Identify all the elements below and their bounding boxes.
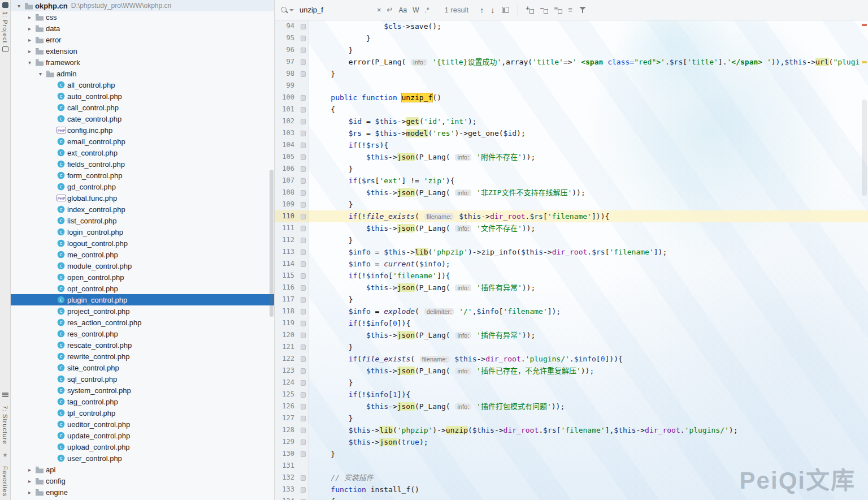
code-text[interactable]: $this->json(P_Lang( info: '插件有异常'));: [309, 282, 535, 294]
search-history-caret-icon[interactable]: [289, 9, 294, 11]
code-text[interactable]: $rs = $this->model('res')->get_one($id);: [309, 127, 526, 139]
code-text[interactable]: }: [309, 448, 335, 460]
line-number[interactable]: 130: [275, 448, 298, 460]
code-line-117[interactable]: 117 }: [275, 294, 868, 305]
line-number[interactable]: 112: [275, 234, 298, 246]
regex-toggle[interactable]: .*: [422, 6, 432, 15]
code-text[interactable]: [309, 460, 313, 472]
line-number[interactable]: 97: [275, 56, 298, 68]
gutter-cell[interactable]: [298, 472, 309, 484]
chevron-right-icon[interactable]: ▸: [25, 48, 34, 54]
tree-item-sql-control-php[interactable]: csql_control.php: [11, 373, 274, 385]
code-text[interactable]: $id = $this->get('id','int');: [309, 115, 477, 127]
line-number[interactable]: 120: [275, 329, 298, 341]
gutter-mark-icon[interactable]: [301, 333, 306, 338]
newline-icon[interactable]: ↵: [384, 6, 396, 14]
line-number[interactable]: 98: [275, 68, 298, 80]
code-line-101[interactable]: 101 {: [275, 104, 868, 115]
gutter-cell[interactable]: [298, 282, 309, 294]
gutter-mark-icon[interactable]: [301, 166, 306, 172]
chevron-right-icon[interactable]: ▸: [25, 489, 34, 495]
tree-item-fields-control-php[interactable]: cfields_control.php: [11, 158, 274, 170]
line-number[interactable]: 109: [275, 199, 298, 210]
clear-search-icon[interactable]: ×: [374, 6, 384, 14]
gutter-mark-icon[interactable]: [301, 214, 306, 219]
gutter-mark-icon[interactable]: [301, 309, 306, 314]
gutter-cell[interactable]: [298, 448, 309, 460]
code-line-102[interactable]: 102 $id = $this->get('id','int');: [275, 115, 868, 127]
code-text[interactable]: $this->json(P_Lang( info: '插件有异常'));: [309, 329, 535, 341]
line-number[interactable]: 119: [275, 317, 298, 329]
previous-occurrence-button[interactable]: ↑: [476, 6, 487, 15]
code-line-108[interactable]: 108 $this->json(P_Lang( info: '非ZIP文件不支持…: [275, 187, 868, 199]
gutter-mark-icon[interactable]: [301, 190, 306, 196]
match-case-toggle[interactable]: Aa: [396, 6, 410, 15]
code-line-115[interactable]: 115 if(!$info['filename']){: [275, 270, 868, 282]
words-toggle[interactable]: W: [410, 6, 422, 15]
error-stripe-mark[interactable]: [862, 24, 867, 26]
tree-item-auto-control-php[interactable]: cauto_control.php: [11, 90, 274, 102]
line-number[interactable]: 134: [275, 495, 298, 500]
tree-item-config-inc-php[interactable]: PHPconfig.inc.php: [11, 124, 274, 136]
gutter-cell[interactable]: [298, 424, 309, 436]
code-line-94[interactable]: 94 $cls->save();: [275, 20, 868, 32]
code-text[interactable]: }: [309, 32, 371, 44]
code-line-118[interactable]: 118 $info = explode( delimiter: '/',$inf…: [275, 305, 868, 317]
tree-item-logout-control-php[interactable]: clogout_control.php: [11, 238, 274, 249]
tree-item-upload-control-php[interactable]: cupload_control.php: [11, 441, 274, 452]
tree-item-plugin-control-php[interactable]: cplugin_control.php: [11, 294, 274, 305]
line-number[interactable]: 107: [275, 175, 298, 187]
gutter-cell[interactable]: [298, 377, 309, 389]
code-line-96[interactable]: 96 }: [275, 44, 868, 56]
line-number[interactable]: 116: [275, 282, 298, 294]
gutter-cell[interactable]: [298, 353, 309, 365]
line-number[interactable]: 128: [275, 424, 298, 436]
chevron-right-icon[interactable]: ▸: [25, 478, 34, 484]
tree-item-rescate-control-php[interactable]: crescate_control.php: [11, 339, 274, 351]
gutter-mark-icon[interactable]: [301, 226, 306, 231]
gutter-cell[interactable]: [298, 341, 309, 353]
tree-item-opt-control-php[interactable]: copt_control.php: [11, 283, 274, 294]
gutter-mark-icon[interactable]: [301, 487, 306, 493]
chevron-down-icon[interactable]: ▾: [14, 3, 24, 9]
code-text[interactable]: $info = current($info);: [309, 258, 450, 270]
code-line-110[interactable]: 110 if(!file_exists( filename: $this->di…: [275, 210, 868, 222]
next-occurrence-button[interactable]: ↓: [487, 6, 498, 15]
tree-item-index-control-php[interactable]: cindex_control.php: [11, 204, 274, 215]
line-number[interactable]: 131: [275, 460, 298, 472]
gutter-cell[interactable]: [298, 56, 309, 68]
gutter-mark-icon[interactable]: [301, 404, 306, 410]
gutter-cell[interactable]: [298, 294, 309, 305]
bookmark-strip-icon[interactable]: [2, 46, 8, 52]
gutter-cell[interactable]: [298, 495, 309, 500]
gutter-mark-icon[interactable]: [301, 154, 306, 160]
gutter-cell[interactable]: [298, 412, 309, 424]
line-number[interactable]: 101: [275, 104, 298, 115]
code-text[interactable]: $this->json(P_Lang( info: '附件不存在'));: [309, 151, 535, 163]
code-text[interactable]: $info = $this->lib('phpzip')->zip_info($…: [309, 246, 667, 258]
tree-item-api[interactable]: ▸api: [11, 464, 274, 475]
code-line-124[interactable]: 124 }: [275, 377, 868, 389]
code-line-126[interactable]: 126 $this->json(P_Lang( info: '插件打包模式有问题…: [275, 400, 868, 412]
tree-item-tpl-control-php[interactable]: ctpl_control.php: [11, 407, 274, 419]
code-line-99[interactable]: 99: [275, 80, 868, 92]
tree-item-me-control-php[interactable]: cme_control.php: [11, 249, 274, 260]
code-text[interactable]: if(!$info[1]){: [309, 389, 410, 400]
tree-item-data[interactable]: ▸data: [11, 23, 274, 34]
code-line-112[interactable]: 112 }: [275, 234, 868, 246]
tree-item-tag-control-php[interactable]: ctag_control.php: [11, 396, 274, 407]
code-line-104[interactable]: 104 if(!$rs){: [275, 139, 868, 151]
gutter-cell[interactable]: [298, 151, 309, 163]
line-number[interactable]: 125: [275, 389, 298, 400]
tree-item-open-control-php[interactable]: copen_control.php: [11, 271, 274, 283]
gutter-mark-icon[interactable]: [301, 392, 306, 398]
tree-item-rewrite-control-php[interactable]: crewrite_control.php: [11, 351, 274, 362]
gutter-mark-icon[interactable]: [301, 439, 306, 445]
line-number[interactable]: 106: [275, 163, 298, 175]
tree-item-error[interactable]: ▸error: [11, 34, 274, 45]
gutter-mark-icon[interactable]: [301, 261, 306, 267]
gutter-cell[interactable]: [298, 187, 309, 199]
line-number[interactable]: 121: [275, 341, 298, 353]
code-line-103[interactable]: 103 $rs = $this->model('res')->get_one($…: [275, 127, 868, 139]
code-line-116[interactable]: 116 $this->json(P_Lang( info: '插件有异常'));: [275, 282, 868, 294]
